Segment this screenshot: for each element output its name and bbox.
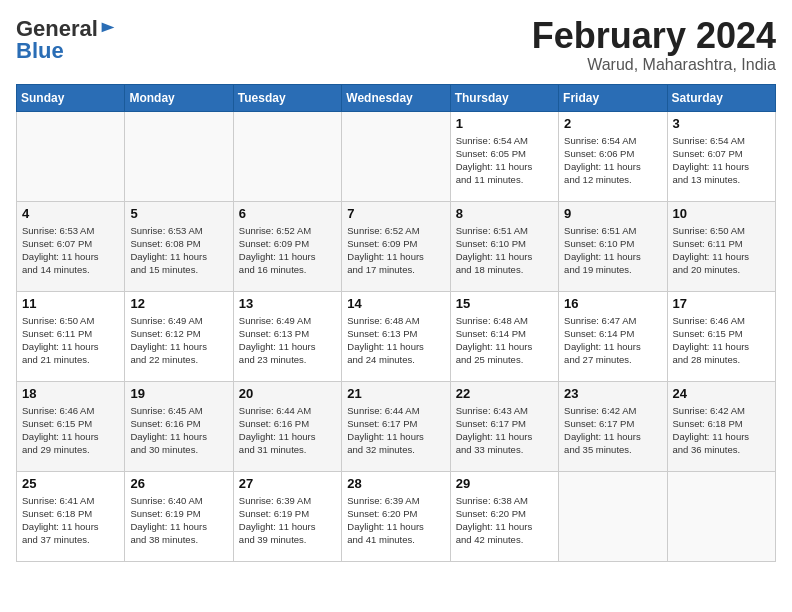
day-info: Sunrise: 6:52 AM Sunset: 6:09 PM Dayligh…	[239, 224, 336, 277]
calendar-cell: 14Sunrise: 6:48 AM Sunset: 6:13 PM Dayli…	[342, 291, 450, 381]
day-info: Sunrise: 6:52 AM Sunset: 6:09 PM Dayligh…	[347, 224, 444, 277]
calendar-cell: 22Sunrise: 6:43 AM Sunset: 6:17 PM Dayli…	[450, 381, 558, 471]
day-number: 9	[564, 206, 661, 221]
calendar-cell: 26Sunrise: 6:40 AM Sunset: 6:19 PM Dayli…	[125, 471, 233, 561]
day-info: Sunrise: 6:39 AM Sunset: 6:19 PM Dayligh…	[239, 494, 336, 547]
logo: General Blue	[16, 16, 116, 64]
day-info: Sunrise: 6:47 AM Sunset: 6:14 PM Dayligh…	[564, 314, 661, 367]
day-number: 22	[456, 386, 553, 401]
calendar-table: SundayMondayTuesdayWednesdayThursdayFrid…	[16, 84, 776, 562]
calendar-cell: 28Sunrise: 6:39 AM Sunset: 6:20 PM Dayli…	[342, 471, 450, 561]
day-number: 14	[347, 296, 444, 311]
calendar-cell: 11Sunrise: 6:50 AM Sunset: 6:11 PM Dayli…	[17, 291, 125, 381]
day-header-saturday: Saturday	[667, 84, 775, 111]
day-info: Sunrise: 6:51 AM Sunset: 6:10 PM Dayligh…	[564, 224, 661, 277]
calendar-cell	[233, 111, 341, 201]
title-area: February 2024 Warud, Maharashtra, India	[532, 16, 776, 74]
day-number: 11	[22, 296, 119, 311]
day-info: Sunrise: 6:54 AM Sunset: 6:07 PM Dayligh…	[673, 134, 770, 187]
calendar-cell	[559, 471, 667, 561]
day-number: 5	[130, 206, 227, 221]
day-number: 21	[347, 386, 444, 401]
day-header-monday: Monday	[125, 84, 233, 111]
day-info: Sunrise: 6:53 AM Sunset: 6:08 PM Dayligh…	[130, 224, 227, 277]
day-number: 1	[456, 116, 553, 131]
calendar-cell: 27Sunrise: 6:39 AM Sunset: 6:19 PM Dayli…	[233, 471, 341, 561]
location-subtitle: Warud, Maharashtra, India	[532, 56, 776, 74]
day-header-wednesday: Wednesday	[342, 84, 450, 111]
logo-blue-text: Blue	[16, 38, 64, 64]
day-info: Sunrise: 6:46 AM Sunset: 6:15 PM Dayligh…	[22, 404, 119, 457]
day-number: 8	[456, 206, 553, 221]
day-number: 24	[673, 386, 770, 401]
day-info: Sunrise: 6:45 AM Sunset: 6:16 PM Dayligh…	[130, 404, 227, 457]
day-info: Sunrise: 6:49 AM Sunset: 6:13 PM Dayligh…	[239, 314, 336, 367]
day-number: 28	[347, 476, 444, 491]
day-number: 6	[239, 206, 336, 221]
day-number: 7	[347, 206, 444, 221]
calendar-cell: 15Sunrise: 6:48 AM Sunset: 6:14 PM Dayli…	[450, 291, 558, 381]
day-info: Sunrise: 6:42 AM Sunset: 6:18 PM Dayligh…	[673, 404, 770, 457]
day-info: Sunrise: 6:44 AM Sunset: 6:16 PM Dayligh…	[239, 404, 336, 457]
calendar-cell	[125, 111, 233, 201]
day-info: Sunrise: 6:50 AM Sunset: 6:11 PM Dayligh…	[673, 224, 770, 277]
day-number: 26	[130, 476, 227, 491]
calendar-header: SundayMondayTuesdayWednesdayThursdayFrid…	[17, 84, 776, 111]
calendar-cell: 29Sunrise: 6:38 AM Sunset: 6:20 PM Dayli…	[450, 471, 558, 561]
day-number: 3	[673, 116, 770, 131]
day-number: 13	[239, 296, 336, 311]
calendar-cell: 18Sunrise: 6:46 AM Sunset: 6:15 PM Dayli…	[17, 381, 125, 471]
day-number: 27	[239, 476, 336, 491]
day-info: Sunrise: 6:54 AM Sunset: 6:05 PM Dayligh…	[456, 134, 553, 187]
day-number: 23	[564, 386, 661, 401]
calendar-cell	[667, 471, 775, 561]
day-info: Sunrise: 6:38 AM Sunset: 6:20 PM Dayligh…	[456, 494, 553, 547]
calendar-cell: 9Sunrise: 6:51 AM Sunset: 6:10 PM Daylig…	[559, 201, 667, 291]
calendar-week-2: 4Sunrise: 6:53 AM Sunset: 6:07 PM Daylig…	[17, 201, 776, 291]
day-info: Sunrise: 6:54 AM Sunset: 6:06 PM Dayligh…	[564, 134, 661, 187]
day-number: 25	[22, 476, 119, 491]
day-info: Sunrise: 6:48 AM Sunset: 6:13 PM Dayligh…	[347, 314, 444, 367]
day-info: Sunrise: 6:39 AM Sunset: 6:20 PM Dayligh…	[347, 494, 444, 547]
day-number: 17	[673, 296, 770, 311]
day-info: Sunrise: 6:53 AM Sunset: 6:07 PM Dayligh…	[22, 224, 119, 277]
calendar-cell: 7Sunrise: 6:52 AM Sunset: 6:09 PM Daylig…	[342, 201, 450, 291]
calendar-cell: 21Sunrise: 6:44 AM Sunset: 6:17 PM Dayli…	[342, 381, 450, 471]
day-header-tuesday: Tuesday	[233, 84, 341, 111]
day-info: Sunrise: 6:48 AM Sunset: 6:14 PM Dayligh…	[456, 314, 553, 367]
calendar-week-5: 25Sunrise: 6:41 AM Sunset: 6:18 PM Dayli…	[17, 471, 776, 561]
calendar-cell: 4Sunrise: 6:53 AM Sunset: 6:07 PM Daylig…	[17, 201, 125, 291]
calendar-cell: 24Sunrise: 6:42 AM Sunset: 6:18 PM Dayli…	[667, 381, 775, 471]
calendar-body: 1Sunrise: 6:54 AM Sunset: 6:05 PM Daylig…	[17, 111, 776, 561]
day-header-sunday: Sunday	[17, 84, 125, 111]
day-number: 18	[22, 386, 119, 401]
calendar-cell: 1Sunrise: 6:54 AM Sunset: 6:05 PM Daylig…	[450, 111, 558, 201]
calendar-week-3: 11Sunrise: 6:50 AM Sunset: 6:11 PM Dayli…	[17, 291, 776, 381]
calendar-cell: 20Sunrise: 6:44 AM Sunset: 6:16 PM Dayli…	[233, 381, 341, 471]
calendar-cell: 10Sunrise: 6:50 AM Sunset: 6:11 PM Dayli…	[667, 201, 775, 291]
day-number: 19	[130, 386, 227, 401]
calendar-cell: 2Sunrise: 6:54 AM Sunset: 6:06 PM Daylig…	[559, 111, 667, 201]
day-number: 29	[456, 476, 553, 491]
day-number: 2	[564, 116, 661, 131]
day-info: Sunrise: 6:44 AM Sunset: 6:17 PM Dayligh…	[347, 404, 444, 457]
day-info: Sunrise: 6:49 AM Sunset: 6:12 PM Dayligh…	[130, 314, 227, 367]
calendar-cell: 23Sunrise: 6:42 AM Sunset: 6:17 PM Dayli…	[559, 381, 667, 471]
calendar-week-4: 18Sunrise: 6:46 AM Sunset: 6:15 PM Dayli…	[17, 381, 776, 471]
day-info: Sunrise: 6:41 AM Sunset: 6:18 PM Dayligh…	[22, 494, 119, 547]
calendar-cell: 3Sunrise: 6:54 AM Sunset: 6:07 PM Daylig…	[667, 111, 775, 201]
calendar-cell: 25Sunrise: 6:41 AM Sunset: 6:18 PM Dayli…	[17, 471, 125, 561]
calendar-cell: 8Sunrise: 6:51 AM Sunset: 6:10 PM Daylig…	[450, 201, 558, 291]
month-title: February 2024	[532, 16, 776, 56]
day-header-row: SundayMondayTuesdayWednesdayThursdayFrid…	[17, 84, 776, 111]
day-number: 4	[22, 206, 119, 221]
day-info: Sunrise: 6:46 AM Sunset: 6:15 PM Dayligh…	[673, 314, 770, 367]
day-info: Sunrise: 6:50 AM Sunset: 6:11 PM Dayligh…	[22, 314, 119, 367]
calendar-cell: 17Sunrise: 6:46 AM Sunset: 6:15 PM Dayli…	[667, 291, 775, 381]
calendar-cell: 16Sunrise: 6:47 AM Sunset: 6:14 PM Dayli…	[559, 291, 667, 381]
logo-flag-icon	[100, 21, 116, 37]
day-number: 10	[673, 206, 770, 221]
calendar-week-1: 1Sunrise: 6:54 AM Sunset: 6:05 PM Daylig…	[17, 111, 776, 201]
day-header-friday: Friday	[559, 84, 667, 111]
calendar-cell: 13Sunrise: 6:49 AM Sunset: 6:13 PM Dayli…	[233, 291, 341, 381]
